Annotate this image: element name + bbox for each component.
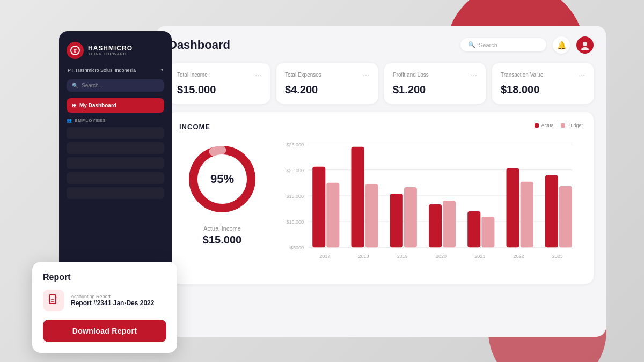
kpi-transaction-label: Transaction Value bbox=[501, 72, 544, 78]
svg-text:2019: 2019 bbox=[397, 254, 408, 259]
search-bar[interactable]: 🔍 Search bbox=[460, 38, 546, 51]
actual-income-label: Actual Income bbox=[203, 225, 241, 232]
svg-text:2017: 2017 bbox=[319, 254, 330, 259]
company-selector[interactable]: PT. Hashmicro Solusi Indonesia ▾ bbox=[67, 68, 164, 73]
bar-2018-budget bbox=[365, 184, 378, 247]
svg-text:2018: 2018 bbox=[358, 254, 369, 259]
kpi-card-expenses: Total Expenses ··· $4.200 bbox=[276, 63, 378, 104]
chart-legend: Actual Budget bbox=[281, 123, 583, 128]
search-icon: 🔍 bbox=[72, 83, 78, 88]
report-item: Accounting Report Report #2341 Jan-Des 2… bbox=[43, 290, 166, 311]
employees-label: EMPLOYEES bbox=[75, 118, 106, 123]
sidebar-menu-item-2[interactable] bbox=[67, 142, 164, 154]
sidebar-logo: # HASHMICRO THINK FORWARD bbox=[67, 42, 164, 59]
svg-text:$20.000: $20.000 bbox=[287, 167, 304, 173]
kpi-income-value: $15.000 bbox=[177, 84, 261, 96]
bar-chart-svg: $25.000 $20.000 $15.000 $10.000 $5000 20… bbox=[281, 134, 583, 273]
kpi-profit-value: $1.200 bbox=[393, 84, 477, 96]
bar-2022-budget bbox=[521, 181, 533, 247]
sidebar-menu-item-1[interactable] bbox=[67, 127, 164, 139]
report-card: Report Accounting Report Report #2341 Ja… bbox=[32, 262, 177, 353]
search-icon: 🔍 bbox=[468, 41, 475, 48]
report-info: Accounting Report Report #2341 Jan-Des 2… bbox=[71, 294, 154, 307]
svg-text:2023: 2023 bbox=[552, 254, 563, 259]
employees-icon: 👥 bbox=[67, 118, 72, 123]
header: Dashboard 🔍 Search 🔔 bbox=[169, 36, 594, 54]
report-file-icon bbox=[43, 290, 64, 311]
kpi-transaction-more[interactable]: ··· bbox=[579, 71, 585, 79]
kpi-expenses-more[interactable]: ··· bbox=[363, 71, 369, 79]
kpi-card-transaction: Transaction Value ··· $18.000 bbox=[492, 63, 594, 104]
legend-budget-label: Budget bbox=[567, 123, 583, 128]
svg-point-2 bbox=[583, 42, 587, 46]
main-content: Dashboard 🔍 Search 🔔 Total Inc bbox=[156, 26, 606, 337]
svg-text:#: # bbox=[74, 48, 77, 54]
kpi-card-profit: Profit and Loss ··· $1.200 bbox=[384, 63, 486, 104]
sidebar-menu-item-3[interactable] bbox=[67, 157, 164, 169]
legend-actual-dot bbox=[535, 123, 539, 128]
kpi-row: Total Income ··· $15.000 Total Expenses … bbox=[169, 63, 594, 104]
kpi-card-income: Total Income ··· $15.000 bbox=[169, 63, 270, 104]
logo-name: HASHMICRO bbox=[88, 45, 133, 52]
income-left: INCOME 95% Actual Income $15.000 bbox=[179, 123, 265, 273]
bar-2022-actual bbox=[506, 168, 519, 247]
legend-budget: Budget bbox=[561, 123, 583, 128]
logo-tagline: THINK FORWARD bbox=[88, 52, 133, 56]
bar-2021-actual bbox=[467, 211, 480, 247]
svg-text:$5000: $5000 bbox=[290, 245, 304, 250]
logo-icon: # bbox=[67, 42, 84, 59]
search-placeholder: Search bbox=[479, 42, 497, 48]
avatar[interactable] bbox=[576, 36, 594, 54]
legend-actual: Actual bbox=[535, 123, 554, 128]
chevron-down-icon: ▾ bbox=[161, 68, 163, 72]
bar-2021-budget bbox=[481, 217, 494, 247]
bar-2018-actual bbox=[351, 146, 364, 247]
sidebar: # HASHMICRO THINK FORWARD PT. Hashmicro … bbox=[59, 31, 172, 278]
svg-text:2021: 2021 bbox=[474, 254, 485, 259]
income-title: INCOME bbox=[179, 123, 210, 131]
bar-2017-budget bbox=[326, 182, 339, 247]
sidebar-menu-item-4[interactable] bbox=[67, 172, 164, 184]
svg-text:$15.000: $15.000 bbox=[287, 193, 304, 198]
svg-text:$25.000: $25.000 bbox=[287, 142, 304, 147]
header-right: 🔍 Search 🔔 bbox=[460, 36, 594, 54]
sidebar-dashboard-item[interactable]: ⊞ My Dashboard bbox=[67, 98, 164, 113]
kpi-transaction-value: $18.000 bbox=[501, 84, 585, 96]
report-type: Accounting Report bbox=[71, 294, 154, 299]
sidebar-employees-section: 👥 EMPLOYEES bbox=[67, 118, 164, 123]
svg-point-3 bbox=[581, 47, 589, 50]
legend-actual-label: Actual bbox=[541, 123, 554, 128]
company-name: PT. Hashmicro Solusi Indonesia bbox=[68, 68, 136, 73]
income-section: INCOME 95% Actual Income $15.000 bbox=[169, 112, 594, 284]
kpi-profit-more[interactable]: ··· bbox=[471, 71, 477, 79]
logo-text: HASHMICRO THINK FORWARD bbox=[88, 45, 133, 56]
svg-text:2020: 2020 bbox=[436, 254, 447, 259]
report-card-title: Report bbox=[43, 272, 166, 282]
sidebar-search-placeholder: Search... bbox=[82, 83, 103, 88]
svg-text:$10.000: $10.000 bbox=[287, 219, 304, 225]
bar-2017-actual bbox=[312, 166, 325, 247]
kpi-income-more[interactable]: ··· bbox=[255, 71, 261, 79]
donut-chart: 95% bbox=[185, 142, 260, 217]
bar-2019-actual bbox=[390, 193, 403, 247]
page-title: Dashboard bbox=[169, 38, 230, 52]
notification-button[interactable]: 🔔 bbox=[553, 36, 570, 54]
sidebar-dashboard-label: My Dashboard bbox=[79, 102, 116, 108]
bar-2019-budget bbox=[404, 187, 417, 247]
sidebar-search[interactable]: 🔍 Search... bbox=[67, 79, 164, 92]
donut-percent: 95% bbox=[210, 172, 234, 186]
chart-area: $25.000 $20.000 $15.000 $10.000 $5000 20… bbox=[281, 134, 583, 273]
sidebar-menu-item-5[interactable] bbox=[67, 187, 164, 199]
kpi-income-label: Total Income bbox=[177, 72, 208, 78]
donut-center: 95% bbox=[210, 172, 234, 186]
kpi-expenses-label: Total Expenses bbox=[285, 72, 321, 78]
svg-text:2022: 2022 bbox=[514, 254, 524, 259]
download-report-button[interactable]: Download Report bbox=[43, 320, 166, 342]
actual-income-value: $15.000 bbox=[203, 234, 241, 246]
bar-chart-area: Actual Budget $25.000 bbox=[281, 123, 583, 273]
report-name: Report #2341 Jan-Des 2022 bbox=[71, 299, 154, 307]
dashboard-icon: ⊞ bbox=[72, 102, 76, 108]
bar-2020-budget bbox=[443, 200, 456, 247]
bar-2023-budget bbox=[559, 186, 572, 247]
legend-budget-dot bbox=[561, 123, 565, 128]
